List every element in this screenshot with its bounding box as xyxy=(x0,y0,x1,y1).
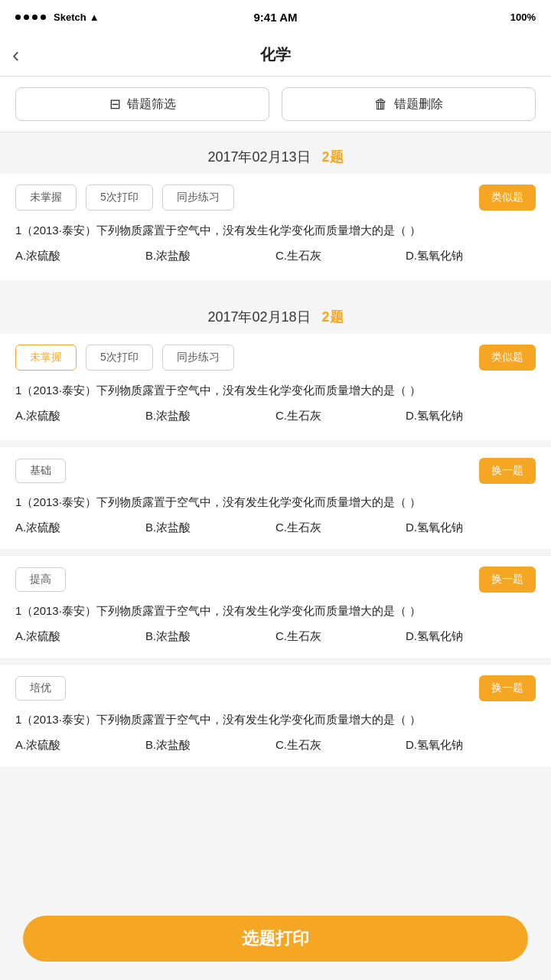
section-count-2: 2题 xyxy=(322,309,344,325)
question-options-1-1: A.浓硫酸 B.浓盐酸 C.生石灰 D.氢氧化钠 xyxy=(15,247,536,265)
section-header-2: 2017年02月18日 2题 xyxy=(0,292,551,334)
sub-card-basic: 基础 换一题 1（2013·泰安）下列物质露置于空气中，没有发生化学变化而质量增… xyxy=(0,446,551,549)
delete-label: 错题删除 xyxy=(394,96,443,113)
question-options-basic: A.浓硫酸 B.浓盐酸 C.生石灰 D.氢氧化钠 xyxy=(15,519,536,537)
status-bar: Sketch ▲ 9:41 AM 100% xyxy=(0,0,551,34)
question-options-top: A.浓硫酸 B.浓盐酸 C.生石灰 D.氢氧化钠 xyxy=(15,737,536,754)
print-label: 选题打印 xyxy=(242,927,309,950)
option-c-2-1: C.生石灰 xyxy=(276,407,406,425)
option-b-basic: B.浓盐酸 xyxy=(145,519,276,537)
option-d-advanced: D.氢氧化钠 xyxy=(406,628,536,645)
question-text-1-1: 1（2013·泰安）下列物质露置于空气中，没有发生化学变化而质量增大的是（ ） xyxy=(15,221,536,240)
filter-button[interactable]: ⊟ 错题筛选 xyxy=(15,87,269,121)
sub-card-top: 培优 换一题 1（2013·泰安）下列物质露置于空气中，没有发生化学变化而质量增… xyxy=(0,664,551,766)
print-button[interactable]: 选题打印 xyxy=(23,916,528,962)
status-time: 9:41 AM xyxy=(254,11,298,24)
question-text-top: 1（2013·泰安）下列物质露置于空气中，没有发生化学变化而质量增大的是（ ） xyxy=(15,710,536,729)
option-a-advanced: A.浓硫酸 xyxy=(15,628,145,645)
section-count-1: 2题 xyxy=(322,149,344,165)
sub-badge-row-basic: 基础 换一题 xyxy=(15,458,536,484)
page-title: 化学 xyxy=(260,44,291,65)
swap-btn-advanced[interactable]: 换一题 xyxy=(479,567,536,593)
option-c-1: C.生石灰 xyxy=(276,247,406,265)
card-actions-1-1: 未掌握 5次打印 同步练习 类似题 xyxy=(15,185,536,211)
card-1-1: 未掌握 5次打印 同步练习 类似题 1（2013·泰安）下列物质露置于空气中，没… xyxy=(0,174,551,280)
option-c-basic: C.生石灰 xyxy=(276,519,406,537)
signal-dot-1 xyxy=(15,15,21,20)
question-text-basic: 1（2013·泰安）下列物质露置于空气中，没有发生化学变化而质量增大的是（ ） xyxy=(15,493,536,511)
wifi-icon: ▲ xyxy=(90,11,99,23)
print5-btn-1[interactable]: 5次打印 xyxy=(86,185,153,211)
toolbar: ⊟ 错题筛选 🗑 错题删除 xyxy=(0,77,551,132)
question-options-advanced: A.浓硫酸 B.浓盐酸 C.生石灰 D.氢氧化钠 xyxy=(15,628,536,645)
filter-icon: ⊟ xyxy=(109,96,121,113)
delete-button[interactable]: 🗑 错题删除 xyxy=(282,87,536,121)
sub-badge-row-top: 培优 换一题 xyxy=(15,675,536,701)
bottom-bar: 选题打印 xyxy=(0,903,551,980)
carrier-label: Sketch xyxy=(54,11,86,23)
option-d-basic: D.氢氧化钠 xyxy=(406,519,536,537)
nav-bar: ‹ 化学 xyxy=(0,34,551,77)
option-a-top: A.浓硫酸 xyxy=(15,737,145,754)
question-text-advanced: 1（2013·泰安）下列物质露置于空气中，没有发生化学变化而质量增大的是（ ） xyxy=(15,602,536,620)
sync-practice-btn-2[interactable]: 同步练习 xyxy=(162,345,234,371)
option-d-top: D.氢氧化钠 xyxy=(406,737,536,754)
section-date-1: 2017年02月13日 xyxy=(207,149,310,165)
badge-top: 培优 xyxy=(15,676,66,701)
section-divider-1 xyxy=(0,286,551,292)
option-b-top: B.浓盐酸 xyxy=(145,737,276,754)
back-button[interactable]: ‹ xyxy=(12,44,19,66)
badge-basic: 基础 xyxy=(15,459,66,483)
card-actions-2-1: 未掌握 5次打印 同步练习 类似题 xyxy=(15,345,536,371)
question-text-2-1: 1（2013·泰安）下列物质露置于空气中，没有发生化学变化而质量增大的是（ ） xyxy=(15,381,536,400)
option-d-2-1: D.氢氧化钠 xyxy=(406,407,536,425)
similar-btn-1[interactable]: 类似题 xyxy=(479,185,536,211)
signal-dot-4 xyxy=(41,15,46,20)
similar-btn-2[interactable]: 类似题 xyxy=(479,345,536,371)
option-b-advanced: B.浓盐酸 xyxy=(145,628,276,645)
swap-btn-top[interactable]: 换一题 xyxy=(479,675,536,701)
swap-btn-basic[interactable]: 换一题 xyxy=(479,458,536,484)
battery-label: 100% xyxy=(510,11,536,23)
badge-advanced: 提高 xyxy=(15,567,66,592)
option-c-top: C.生石灰 xyxy=(276,737,406,754)
sync-practice-btn-1[interactable]: 同步练习 xyxy=(162,185,234,211)
status-left: Sketch ▲ xyxy=(15,11,99,23)
signal-dot-3 xyxy=(32,15,37,20)
signal-dot-2 xyxy=(24,15,29,20)
card-2-1: 未掌握 5次打印 同步练习 类似题 1（2013·泰安）下列物质露置于空气中，没… xyxy=(0,334,551,440)
option-d-1: D.氢氧化钠 xyxy=(406,247,536,265)
scroll-area: 2017年02月13日 2题 未掌握 5次打印 同步练习 类似题 1（2013·… xyxy=(0,132,551,843)
filter-label: 错题筛选 xyxy=(127,96,176,113)
section-header-1: 2017年02月13日 2题 xyxy=(0,132,551,174)
unmastered-btn-1[interactable]: 未掌握 xyxy=(15,185,77,211)
sub-card-advanced: 提高 换一题 1（2013·泰安）下列物质露置于空气中，没有发生化学变化而质量增… xyxy=(0,555,551,658)
option-b-1: B.浓盐酸 xyxy=(145,247,276,265)
unmastered-btn-2[interactable]: 未掌握 xyxy=(15,345,77,371)
delete-icon: 🗑 xyxy=(374,96,388,113)
option-a-basic: A.浓硫酸 xyxy=(15,519,145,537)
section-date-2: 2017年02月18日 xyxy=(207,309,310,325)
print5-btn-2[interactable]: 5次打印 xyxy=(86,345,153,371)
question-options-2-1: A.浓硫酸 B.浓盐酸 C.生石灰 D.氢氧化钠 xyxy=(15,407,536,425)
option-a-2-1: A.浓硫酸 xyxy=(15,407,145,425)
option-b-2-1: B.浓盐酸 xyxy=(145,407,276,425)
sub-badge-row-advanced: 提高 换一题 xyxy=(15,567,536,593)
option-a-1: A.浓硫酸 xyxy=(15,247,145,265)
option-c-advanced: C.生石灰 xyxy=(276,628,406,645)
